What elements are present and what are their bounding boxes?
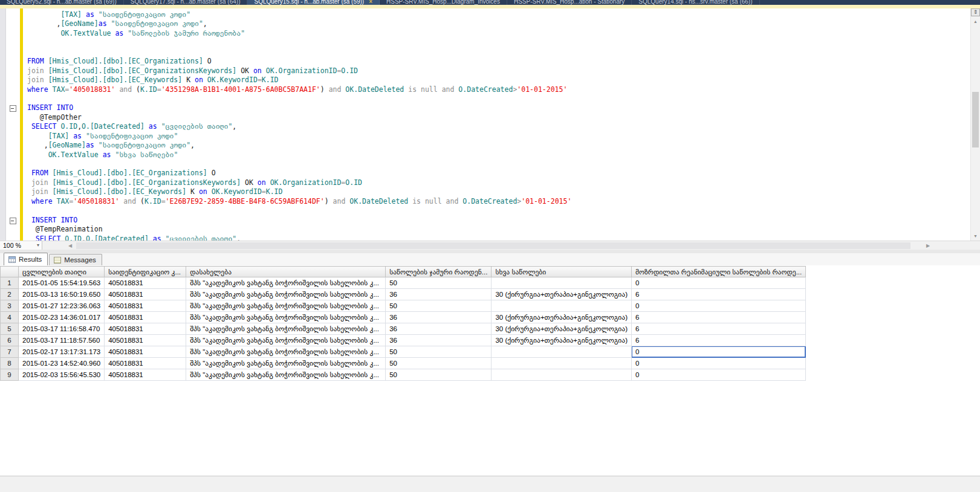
grid-cell[interactable]: [492, 300, 632, 312]
tab-messages[interactable]: Messages: [49, 254, 102, 265]
code-line: [27, 160, 964, 169]
grid-cell[interactable]: [492, 277, 632, 289]
grid-cell[interactable]: 2015-03-13 16:50:19.650: [19, 289, 105, 300]
column-header[interactable]: დასახელება: [186, 267, 386, 277]
scroll-left-icon[interactable]: ◀: [65, 241, 75, 250]
grid-cell[interactable]: შპს "აკადემიკოს ვახტანგ ბოჭორიშვილის სახ…: [186, 289, 386, 300]
grid-cell[interactable]: 2015-03-17 11:18:57.560: [19, 335, 105, 346]
code-line: join [Hmis_Cloud].[dbo].[EC_Organization…: [27, 66, 964, 76]
grid-cell[interactable]: 405018831: [105, 300, 186, 312]
grid-cell[interactable]: 50: [386, 358, 492, 369]
grid-cell[interactable]: 405018831: [105, 358, 186, 369]
scroll-right-icon[interactable]: ▶: [923, 241, 933, 250]
grid-cell[interactable]: 30 (ქირურგია+თერაპია+გინეკოლოგია): [492, 323, 632, 335]
grid-cell[interactable]: 30 (ქირურგია+თერაპია+გინეკოლოგია): [492, 335, 632, 346]
grid-cell[interactable]: შპს "აკადემიკოს ვახტანგ ბოჭორიშვილის სახ…: [186, 312, 386, 323]
grid-cell[interactable]: 0: [632, 346, 806, 358]
grid-cell[interactable]: შპს "აკადემიკოს ვახტანგ ბოჭორიშვილის სახ…: [186, 300, 386, 312]
collapse-region-icon[interactable]: [10, 218, 16, 224]
row-number[interactable]: 6: [1, 335, 19, 346]
grid-cell[interactable]: 405018831: [105, 369, 186, 381]
grid-cell[interactable]: 405018831: [105, 346, 186, 358]
editor-vertical-scrollbar[interactable]: ⇕ ▲ ▼: [970, 8, 980, 241]
column-header[interactable]: სხვა საწოლები: [492, 267, 632, 277]
grid-cell[interactable]: 405018831: [105, 312, 186, 323]
grid-cell[interactable]: 6: [632, 289, 806, 300]
select-all-corner[interactable]: [1, 267, 19, 277]
grid-cell[interactable]: შპს "აკადემიკოს ვახტანგ ბოჭორიშვილის სახ…: [186, 323, 386, 335]
grid-cell[interactable]: შპს "აკადემიკოს ვახტანგ ბოჭორიშვილის სახ…: [186, 358, 386, 369]
grid-cell[interactable]: 2015-01-05 15:54:19.563: [19, 277, 105, 289]
grid-cell[interactable]: 50: [386, 369, 492, 381]
editor-horizontal-scrollbar[interactable]: 100 % ▾ ◀ ▶: [0, 241, 980, 250]
grid-cell[interactable]: 0: [632, 358, 806, 369]
grid-cell[interactable]: 50: [386, 277, 492, 289]
tab-results[interactable]: Results: [4, 253, 48, 265]
grid-cell[interactable]: 2015-02-23 14:36:01.017: [19, 312, 105, 323]
grid-cell[interactable]: შპს "აკადემიკოს ვახტანგ ბოჭორიშვილის სახ…: [186, 369, 386, 381]
document-tab[interactable]: HSSP-SRV.MIS_Hosp...Diagram_Invoices: [380, 0, 507, 5]
grid-cell[interactable]: 36: [386, 289, 492, 300]
grid-cell[interactable]: 0: [632, 369, 806, 381]
grid-cell[interactable]: [492, 358, 632, 369]
scroll-down-icon[interactable]: ▼: [971, 232, 980, 241]
grid-cell[interactable]: [492, 369, 632, 381]
grid-cell[interactable]: 36: [386, 312, 492, 323]
grid-cell[interactable]: [492, 346, 632, 358]
grid-cell[interactable]: 6: [632, 312, 806, 323]
sql-editor[interactable]: [TAX] as "საიდენტიფიკაციო კოდი" ,[GeoNam…: [0, 8, 980, 241]
vertical-scroll-thumb[interactable]: [972, 92, 979, 147]
grid-cell[interactable]: 0: [632, 300, 806, 312]
grid-cell[interactable]: 405018831: [105, 323, 186, 335]
document-tab[interactable]: HSSP-SRV.MIS_Hosp...ation - Stationary: [507, 0, 632, 5]
grid-cell[interactable]: შპს "აკადემიკოს ვახტანგ ბოჭორიშვილის სახ…: [186, 346, 386, 358]
grid-cell[interactable]: 405018831: [105, 335, 186, 346]
grid-cell[interactable]: 36: [386, 335, 492, 346]
editor-zoom-combo[interactable]: 100 % ▾: [0, 241, 42, 250]
collapse-region-icon[interactable]: [10, 105, 16, 112]
row-number[interactable]: 3: [1, 300, 19, 312]
grid-cell[interactable]: 0: [632, 277, 806, 289]
table-row: 92015-02-03 15:56:45.530405018831შპს "აკ…: [1, 369, 806, 381]
column-header[interactable]: ცვლილების თაიღი: [19, 267, 105, 277]
row-number[interactable]: 1: [1, 277, 19, 289]
grid-cell[interactable]: 2015-03-17 11:16:58.470: [19, 323, 105, 335]
results-grid[interactable]: ცვლილების თაიღისაიდენტიფიკაციო კ...დასახ…: [0, 266, 806, 381]
scroll-up-icon[interactable]: ▲: [971, 18, 980, 26]
column-header[interactable]: მოზრდილთა რეანიმაციული საწოლების რაოდე..…: [632, 267, 806, 277]
grid-cell[interactable]: 405018831: [105, 289, 186, 300]
grid-cell[interactable]: 36: [386, 323, 492, 335]
grid-cell[interactable]: 2015-02-03 15:56:45.530: [19, 369, 105, 381]
results-pane: ResultsMessages ცვლილების თაიღისაიდენტიფ…: [0, 253, 980, 492]
grid-cell[interactable]: 50: [386, 300, 492, 312]
row-number[interactable]: 4: [1, 312, 19, 323]
column-header[interactable]: საწოლების ჯამური რაოდენ...: [386, 267, 492, 277]
row-number[interactable]: 5: [1, 323, 19, 335]
grid-cell[interactable]: 30 (ქირურგია+თერაპია+გინეკოლოგია): [492, 312, 632, 323]
document-tab[interactable]: SQLQuery17.sql - h...ab.master (sa (64)): [124, 0, 248, 5]
grid-cell[interactable]: შპს "აკადემიკოს ვახტანგ ბოჭორიშვილის სახ…: [186, 277, 386, 289]
grid-cell[interactable]: 2015-01-27 12:23:36.063: [19, 300, 105, 312]
document-tab-label: SQLQuery52.sql - h...ab.master (sa (69)): [7, 0, 117, 5]
editor-splitter-handle-icon[interactable]: ⇕: [971, 8, 980, 16]
grid-cell[interactable]: 405018831: [105, 277, 186, 289]
grid-cell[interactable]: 2015-01-23 14:52:40.960: [19, 358, 105, 369]
grid-cell[interactable]: 2015-02-17 13:17:31.173: [19, 346, 105, 358]
grid-cell[interactable]: 6: [632, 323, 806, 335]
code-area[interactable]: [TAX] as "საიდენტიფიკაციო კოდი" ,[GeoNam…: [27, 10, 964, 244]
close-icon[interactable]: ×: [369, 0, 372, 5]
row-number[interactable]: 2: [1, 289, 19, 300]
document-tab[interactable]: SQLQuery14.sql - hs...srv.master (sa (66…: [632, 0, 759, 5]
grid-cell[interactable]: 6: [632, 335, 806, 346]
row-number[interactable]: 9: [1, 369, 19, 381]
grid-cell[interactable]: 50: [386, 346, 492, 358]
grid-cell[interactable]: 30 (ქირურგია+თერაპია+გინეკოლოგია): [492, 289, 632, 300]
chevron-down-icon[interactable]: ▾: [37, 242, 39, 248]
document-tab[interactable]: SQLQuery52.sql - h...ab.master (sa (69)): [0, 0, 124, 5]
column-header[interactable]: საიდენტიფიკაციო კ...: [105, 267, 186, 277]
row-number[interactable]: 8: [1, 358, 19, 369]
horizontal-scroll-thumb[interactable]: [76, 242, 910, 249]
grid-cell[interactable]: შპს "აკადემიკოს ვახტანგ ბოჭორიშვილის სახ…: [186, 335, 386, 346]
document-tab[interactable]: SQLQuery15.sql - h...ab.master (sa (59))…: [247, 0, 380, 5]
row-number[interactable]: 7: [1, 346, 19, 358]
